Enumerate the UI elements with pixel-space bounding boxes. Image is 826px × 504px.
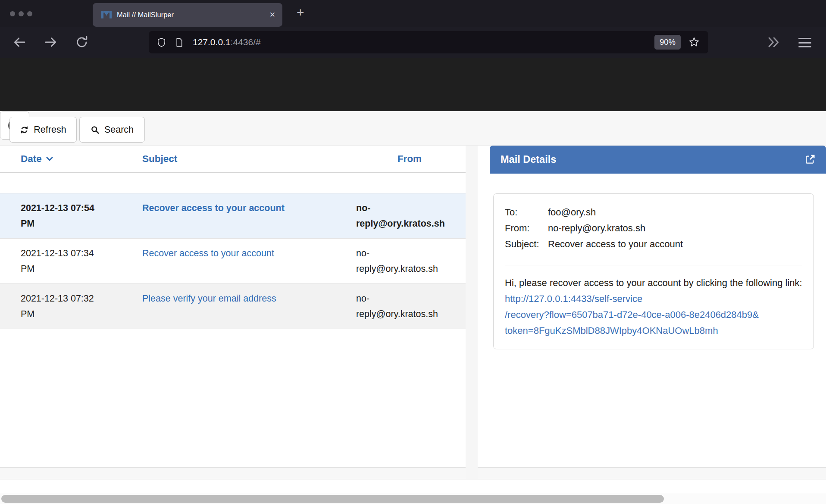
mail-details-header: Mail Details xyxy=(490,146,826,174)
column-header-from[interactable]: From xyxy=(354,153,466,165)
bottom-band-right xyxy=(478,468,826,479)
url-text[interactable]: 127.0.0.1:4436/# xyxy=(193,37,654,47)
field-from: From: no-reply@ory.kratos.sh xyxy=(505,220,802,236)
window-dot-icon xyxy=(27,11,32,16)
browser-tab-strip: Mail // MailSlurper ✕ + xyxy=(0,0,826,27)
mail-subject-link[interactable]: Recover access to your account xyxy=(142,203,285,213)
forward-icon[interactable] xyxy=(44,35,58,49)
mail-details-panel: Mail Details To: foo@ory.sh From: no-rep… xyxy=(478,146,826,468)
mail-row[interactable]: 2021-12-13 07:32 PM Please verify your e… xyxy=(0,284,466,329)
window-dot-icon xyxy=(10,11,15,16)
to-label: To: xyxy=(505,204,548,220)
page-info-icon[interactable] xyxy=(174,37,184,47)
column-header-subject[interactable]: Subject xyxy=(129,153,354,165)
reload-icon[interactable] xyxy=(75,35,89,49)
url-rest: :4436/# xyxy=(231,37,261,47)
field-subject: Subject: Recover access to your account xyxy=(505,236,802,252)
mail-subject-link[interactable]: Please verify your email address xyxy=(142,293,276,304)
mail-date: 2021-12-13 07:54 PM xyxy=(21,200,96,231)
overflow-chevrons-icon[interactable] xyxy=(767,36,780,48)
mail-row[interactable]: 2021-12-13 07:34 PM Recover access to yo… xyxy=(0,239,466,284)
sort-chevron-down-icon xyxy=(46,157,53,161)
bookmark-star-icon[interactable] xyxy=(688,37,700,48)
tab-close-icon[interactable]: ✕ xyxy=(269,10,275,19)
subject-value: Recover access to your account xyxy=(548,236,802,252)
mailslurper-favicon-icon xyxy=(101,11,112,19)
new-tab-button[interactable]: + xyxy=(297,5,304,20)
refresh-button[interactable]: Refresh xyxy=(9,117,77,143)
field-to: To: foo@ory.sh xyxy=(505,204,802,220)
mail-list-panel: Date Subject From 2021-12-13 07:54 PM Re… xyxy=(0,146,466,468)
browser-tab[interactable]: Mail // MailSlurper ✕ xyxy=(93,3,282,27)
mail-row[interactable]: 2021-12-13 07:54 PM Recover access to yo… xyxy=(0,193,466,239)
detail-divider xyxy=(505,265,802,265)
body-intro: Hi, please recover access to your accoun… xyxy=(505,277,802,288)
from-label: From: xyxy=(505,220,548,236)
url-bar[interactable]: 127.0.0.1:4436/# 90% xyxy=(149,31,708,53)
shield-icon[interactable] xyxy=(156,37,166,47)
hamburger-menu-icon[interactable] xyxy=(798,38,811,47)
mail-rows: 2021-12-13 07:54 PM Recover access to yo… xyxy=(0,193,466,329)
tab-title: Mail // MailSlurper xyxy=(117,11,269,19)
mail-from: no-reply@ory.kratos.sh xyxy=(354,200,449,231)
recovery-link[interactable]: http://127.0.0.1:4433/self-service/recov… xyxy=(505,293,759,336)
browser-nav-bar: 127.0.0.1:4436/# 90% xyxy=(0,27,826,58)
mail-detail-card: To: foo@ory.sh From: no-reply@ory.kratos… xyxy=(493,193,814,349)
mail-date: 2021-12-13 07:34 PM xyxy=(21,246,96,277)
search-icon xyxy=(91,125,100,134)
mail-subject-link[interactable]: Recover access to your account xyxy=(142,248,274,258)
mail-from: no-reply@ory.kratos.sh xyxy=(354,291,449,322)
back-icon[interactable] xyxy=(13,35,26,49)
mail-details-title: Mail Details xyxy=(490,154,804,165)
mail-date: 2021-12-13 07:32 PM xyxy=(21,291,96,322)
scrollbar-thumb[interactable] xyxy=(1,495,664,503)
app-header: s ⚙ xyxy=(0,58,826,111)
search-label: Search xyxy=(104,124,134,135)
from-value: no-reply@ory.kratos.sh xyxy=(548,220,802,236)
panel-gutter xyxy=(466,146,478,480)
search-button[interactable]: Search xyxy=(79,117,145,143)
window-dot-icon xyxy=(19,11,24,16)
horizontal-scrollbar[interactable] xyxy=(0,493,826,504)
mail-list-header: Date Subject From xyxy=(0,146,466,173)
mail-body: Hi, please recover access to your accoun… xyxy=(505,275,802,339)
column-header-date[interactable]: Date xyxy=(0,153,129,165)
url-host: 127.0.0.1 xyxy=(193,37,231,47)
mail-toolbar: Refresh Search i xyxy=(0,111,826,146)
refresh-label: Refresh xyxy=(34,124,66,135)
zoom-level-badge[interactable]: 90% xyxy=(654,35,681,50)
window-controls[interactable] xyxy=(10,11,32,16)
external-link-icon[interactable] xyxy=(804,154,816,165)
refresh-icon xyxy=(20,125,29,134)
to-value: foo@ory.sh xyxy=(548,204,802,220)
mail-from: no-reply@ory.kratos.sh xyxy=(354,246,449,277)
subject-label: Subject: xyxy=(505,236,548,252)
bottom-band-left xyxy=(0,468,466,479)
